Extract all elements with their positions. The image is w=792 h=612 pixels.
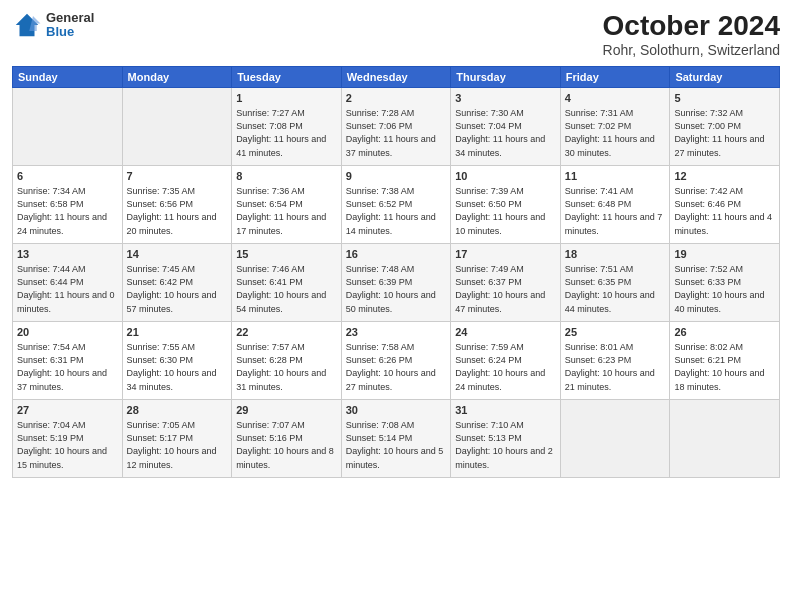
calendar-day-cell [670, 400, 780, 478]
calendar-week-row: 13Sunrise: 7:44 AM Sunset: 6:44 PM Dayli… [13, 244, 780, 322]
day-info: Sunrise: 7:45 AM Sunset: 6:42 PM Dayligh… [127, 263, 228, 315]
day-info: Sunrise: 7:54 AM Sunset: 6:31 PM Dayligh… [17, 341, 118, 393]
calendar-day-cell: 12Sunrise: 7:42 AM Sunset: 6:46 PM Dayli… [670, 166, 780, 244]
calendar-day-cell: 29Sunrise: 7:07 AM Sunset: 5:16 PM Dayli… [232, 400, 342, 478]
calendar-day-cell [13, 88, 123, 166]
weekday-header: Tuesday [232, 67, 342, 88]
day-info: Sunrise: 7:44 AM Sunset: 6:44 PM Dayligh… [17, 263, 118, 315]
calendar-week-row: 1Sunrise: 7:27 AM Sunset: 7:08 PM Daylig… [13, 88, 780, 166]
calendar-day-cell: 6Sunrise: 7:34 AM Sunset: 6:58 PM Daylig… [13, 166, 123, 244]
calendar-day-cell: 10Sunrise: 7:39 AM Sunset: 6:50 PM Dayli… [451, 166, 561, 244]
logo-line2: Blue [46, 25, 94, 39]
day-number: 23 [346, 325, 447, 340]
day-info: Sunrise: 7:41 AM Sunset: 6:48 PM Dayligh… [565, 185, 666, 237]
day-number: 15 [236, 247, 337, 262]
day-info: Sunrise: 7:58 AM Sunset: 6:26 PM Dayligh… [346, 341, 447, 393]
day-number: 6 [17, 169, 118, 184]
day-number: 18 [565, 247, 666, 262]
calendar-week-row: 27Sunrise: 7:04 AM Sunset: 5:19 PM Dayli… [13, 400, 780, 478]
page-container: General Blue October 2024 Rohr, Solothur… [0, 0, 792, 612]
day-number: 8 [236, 169, 337, 184]
day-info: Sunrise: 7:51 AM Sunset: 6:35 PM Dayligh… [565, 263, 666, 315]
calendar-day-cell [560, 400, 670, 478]
calendar-day-cell: 19Sunrise: 7:52 AM Sunset: 6:33 PM Dayli… [670, 244, 780, 322]
page-title: October 2024 [603, 10, 780, 42]
day-number: 10 [455, 169, 556, 184]
day-number: 3 [455, 91, 556, 106]
logo: General Blue [12, 10, 94, 40]
day-info: Sunrise: 7:35 AM Sunset: 6:56 PM Dayligh… [127, 185, 228, 237]
day-info: Sunrise: 7:31 AM Sunset: 7:02 PM Dayligh… [565, 107, 666, 159]
calendar-day-cell: 17Sunrise: 7:49 AM Sunset: 6:37 PM Dayli… [451, 244, 561, 322]
logo-icon [12, 10, 42, 40]
day-info: Sunrise: 7:05 AM Sunset: 5:17 PM Dayligh… [127, 419, 228, 471]
day-number: 7 [127, 169, 228, 184]
day-number: 16 [346, 247, 447, 262]
day-number: 22 [236, 325, 337, 340]
logo-line1: General [46, 11, 94, 25]
day-info: Sunrise: 7:10 AM Sunset: 5:13 PM Dayligh… [455, 419, 556, 471]
day-number: 1 [236, 91, 337, 106]
calendar-day-cell: 8Sunrise: 7:36 AM Sunset: 6:54 PM Daylig… [232, 166, 342, 244]
day-number: 5 [674, 91, 775, 106]
weekday-header: Wednesday [341, 67, 451, 88]
calendar-day-cell: 26Sunrise: 8:02 AM Sunset: 6:21 PM Dayli… [670, 322, 780, 400]
calendar-day-cell: 23Sunrise: 7:58 AM Sunset: 6:26 PM Dayli… [341, 322, 451, 400]
day-info: Sunrise: 7:57 AM Sunset: 6:28 PM Dayligh… [236, 341, 337, 393]
page-header: General Blue October 2024 Rohr, Solothur… [12, 10, 780, 58]
calendar-day-cell [122, 88, 232, 166]
calendar-day-cell: 9Sunrise: 7:38 AM Sunset: 6:52 PM Daylig… [341, 166, 451, 244]
day-info: Sunrise: 7:38 AM Sunset: 6:52 PM Dayligh… [346, 185, 447, 237]
day-number: 20 [17, 325, 118, 340]
day-info: Sunrise: 7:42 AM Sunset: 6:46 PM Dayligh… [674, 185, 775, 237]
calendar-day-cell: 28Sunrise: 7:05 AM Sunset: 5:17 PM Dayli… [122, 400, 232, 478]
day-info: Sunrise: 7:32 AM Sunset: 7:00 PM Dayligh… [674, 107, 775, 159]
day-info: Sunrise: 7:59 AM Sunset: 6:24 PM Dayligh… [455, 341, 556, 393]
day-number: 4 [565, 91, 666, 106]
calendar-week-row: 20Sunrise: 7:54 AM Sunset: 6:31 PM Dayli… [13, 322, 780, 400]
logo-text: General Blue [46, 11, 94, 40]
day-info: Sunrise: 7:04 AM Sunset: 5:19 PM Dayligh… [17, 419, 118, 471]
day-info: Sunrise: 7:39 AM Sunset: 6:50 PM Dayligh… [455, 185, 556, 237]
calendar-day-cell: 18Sunrise: 7:51 AM Sunset: 6:35 PM Dayli… [560, 244, 670, 322]
calendar-day-cell: 3Sunrise: 7:30 AM Sunset: 7:04 PM Daylig… [451, 88, 561, 166]
day-info: Sunrise: 7:55 AM Sunset: 6:30 PM Dayligh… [127, 341, 228, 393]
calendar-day-cell: 5Sunrise: 7:32 AM Sunset: 7:00 PM Daylig… [670, 88, 780, 166]
calendar-day-cell: 1Sunrise: 7:27 AM Sunset: 7:08 PM Daylig… [232, 88, 342, 166]
calendar-day-cell: 13Sunrise: 7:44 AM Sunset: 6:44 PM Dayli… [13, 244, 123, 322]
day-info: Sunrise: 7:30 AM Sunset: 7:04 PM Dayligh… [455, 107, 556, 159]
calendar-day-cell: 7Sunrise: 7:35 AM Sunset: 6:56 PM Daylig… [122, 166, 232, 244]
day-number: 17 [455, 247, 556, 262]
calendar-day-cell: 24Sunrise: 7:59 AM Sunset: 6:24 PM Dayli… [451, 322, 561, 400]
page-subtitle: Rohr, Solothurn, Switzerland [603, 42, 780, 58]
day-info: Sunrise: 7:08 AM Sunset: 5:14 PM Dayligh… [346, 419, 447, 471]
day-info: Sunrise: 7:52 AM Sunset: 6:33 PM Dayligh… [674, 263, 775, 315]
day-number: 24 [455, 325, 556, 340]
day-number: 29 [236, 403, 337, 418]
day-info: Sunrise: 7:49 AM Sunset: 6:37 PM Dayligh… [455, 263, 556, 315]
day-number: 28 [127, 403, 228, 418]
calendar-week-row: 6Sunrise: 7:34 AM Sunset: 6:58 PM Daylig… [13, 166, 780, 244]
calendar-day-cell: 31Sunrise: 7:10 AM Sunset: 5:13 PM Dayli… [451, 400, 561, 478]
calendar-day-cell: 11Sunrise: 7:41 AM Sunset: 6:48 PM Dayli… [560, 166, 670, 244]
day-info: Sunrise: 7:07 AM Sunset: 5:16 PM Dayligh… [236, 419, 337, 471]
day-number: 21 [127, 325, 228, 340]
day-number: 31 [455, 403, 556, 418]
calendar-day-cell: 16Sunrise: 7:48 AM Sunset: 6:39 PM Dayli… [341, 244, 451, 322]
day-number: 9 [346, 169, 447, 184]
day-info: Sunrise: 7:34 AM Sunset: 6:58 PM Dayligh… [17, 185, 118, 237]
weekday-header: Sunday [13, 67, 123, 88]
day-number: 27 [17, 403, 118, 418]
day-number: 26 [674, 325, 775, 340]
calendar-header-row: SundayMondayTuesdayWednesdayThursdayFrid… [13, 67, 780, 88]
day-info: Sunrise: 8:02 AM Sunset: 6:21 PM Dayligh… [674, 341, 775, 393]
day-number: 11 [565, 169, 666, 184]
calendar-day-cell: 14Sunrise: 7:45 AM Sunset: 6:42 PM Dayli… [122, 244, 232, 322]
day-info: Sunrise: 7:46 AM Sunset: 6:41 PM Dayligh… [236, 263, 337, 315]
day-number: 14 [127, 247, 228, 262]
calendar-table: SundayMondayTuesdayWednesdayThursdayFrid… [12, 66, 780, 478]
weekday-header: Friday [560, 67, 670, 88]
calendar-day-cell: 2Sunrise: 7:28 AM Sunset: 7:06 PM Daylig… [341, 88, 451, 166]
weekday-header: Saturday [670, 67, 780, 88]
day-info: Sunrise: 7:36 AM Sunset: 6:54 PM Dayligh… [236, 185, 337, 237]
